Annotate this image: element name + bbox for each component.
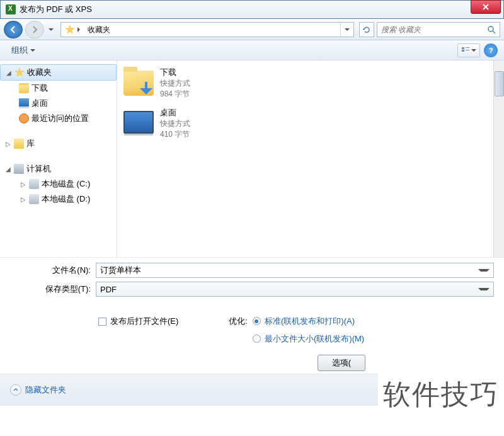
svg-rect-2: [462, 47, 464, 49]
monitor-icon: [19, 98, 29, 108]
expand-icon[interactable]: ▷: [20, 181, 26, 188]
savetype-select[interactable]: PDF: [96, 282, 494, 297]
svg-rect-3: [462, 50, 464, 52]
options-button[interactable]: 选项(: [318, 355, 365, 371]
chevron-down-icon: [471, 49, 476, 52]
tree-label: 最近访问的位置: [32, 113, 89, 124]
options-area: 发布后打开文件(E) 优化: 标准(联机发布和打印)(A) 最小文件大小(联机发…: [0, 306, 504, 350]
path-root[interactable]: [61, 23, 84, 37]
optimize-minsize-radio[interactable]: 最小文件大小(联机发布)(M): [253, 333, 364, 345]
path-segment-favorites[interactable]: 收藏夹: [84, 23, 114, 37]
radio-icon: [253, 317, 261, 325]
desktop-monitor-icon: [123, 108, 154, 139]
svg-point-0: [488, 26, 493, 32]
dialog-footer: 隐藏文件夹 工具(L): [0, 374, 504, 406]
search-box[interactable]: [377, 22, 500, 37]
scrollbar-thumb[interactable]: [495, 71, 504, 96]
refresh-icon: [362, 25, 371, 34]
expand-icon[interactable]: ▷: [5, 141, 11, 147]
file-name: 下载: [160, 67, 190, 78]
file-list[interactable]: 下载 快捷方式 984 字节 桌面 快捷方式 410 字节: [117, 60, 504, 257]
svg-line-1: [493, 31, 495, 33]
file-item-desktop[interactable]: 桌面 快捷方式 410 字节: [123, 107, 498, 140]
search-input[interactable]: [381, 25, 487, 34]
disk-icon: [29, 194, 39, 204]
tree-disk-d[interactable]: ▷ 本地磁盘 (D:): [0, 192, 117, 207]
chevron-right-icon: [77, 27, 80, 32]
tree-downloads[interactable]: 下载: [0, 81, 117, 96]
folder-icon: [19, 83, 29, 93]
tree-label: 下载: [32, 83, 48, 94]
hide-folders-toggle[interactable]: 隐藏文件夹: [10, 384, 66, 396]
toolbar: 组织 ?: [0, 40, 504, 60]
radio-label: 最小文件大小(联机发布)(M): [265, 333, 364, 345]
collapse-icon[interactable]: ◢: [5, 166, 11, 173]
help-button[interactable]: ?: [484, 43, 498, 57]
chevron-down-icon: [49, 28, 54, 31]
tree-desktop[interactable]: 桌面: [0, 96, 117, 111]
scrollbar[interactable]: [493, 60, 504, 257]
chevron-down-icon[interactable]: [478, 269, 490, 272]
help-icon: ?: [487, 47, 495, 54]
tree-label: 本地磁盘 (D:): [42, 193, 90, 205]
savetype-label: 保存类型(T):: [0, 284, 96, 295]
window-title: 发布为 PDF 或 XPS: [20, 4, 471, 15]
svg-rect-4: [466, 47, 469, 48]
savetype-value: PDF: [100, 285, 478, 294]
filename-label: 文件名(N):: [0, 265, 96, 276]
tree-library[interactable]: ▷ 库: [0, 136, 117, 151]
nav-history-dropdown[interactable]: [47, 21, 55, 38]
library-icon: [14, 139, 24, 149]
save-button-fragment[interactable]: [490, 382, 494, 398]
back-button[interactable]: [4, 21, 23, 38]
chevron-down-icon: [30, 49, 35, 52]
expand-icon[interactable]: ▷: [20, 196, 26, 203]
file-size: 410 字节: [160, 129, 190, 140]
collapse-up-icon: [10, 384, 21, 396]
arrow-left-icon: [9, 25, 18, 34]
path-text: 收藏夹: [88, 25, 110, 35]
tools-dropdown[interactable]: 工具(L): [449, 384, 484, 396]
computer-icon: [14, 164, 24, 174]
tree-recent[interactable]: 最近访问的位置: [0, 111, 117, 126]
folder-tree[interactable]: ◢ 收藏夹 下载 桌面 最近访问的位置 ▷ 库 ◢ 计算机 ▷: [0, 60, 117, 257]
tree-label: 收藏夹: [27, 67, 52, 78]
open-after-checkbox[interactable]: 发布后打开文件(E): [98, 316, 178, 327]
tree-disk-c[interactable]: ▷ 本地磁盘 (C:): [0, 176, 117, 192]
hide-folders-label: 隐藏文件夹: [25, 384, 66, 396]
tree-label: 计算机: [26, 163, 51, 175]
search-icon: [487, 25, 496, 34]
file-name: 桌面: [160, 107, 190, 118]
tools-label: 工具(L): [449, 384, 475, 396]
tree-label: 库: [26, 138, 35, 149]
tree-computer[interactable]: ◢ 计算机: [0, 161, 117, 176]
view-icon: [461, 47, 470, 54]
tree-favorites[interactable]: ◢ 收藏夹: [0, 64, 117, 81]
checkbox-icon: [98, 318, 106, 326]
filename-input[interactable]: 订货单样本: [96, 263, 494, 278]
organize-label: 组织: [11, 45, 28, 56]
tree-label: 本地磁盘 (C:): [42, 178, 90, 190]
clock-icon: [19, 113, 29, 123]
file-type: 快捷方式: [160, 118, 190, 129]
content-area: ◢ 收藏夹 下载 桌面 最近访问的位置 ▷ 库 ◢ 计算机 ▷: [0, 60, 504, 257]
forward-button[interactable]: [25, 21, 44, 38]
address-dropdown[interactable]: [341, 23, 353, 37]
refresh-button[interactable]: [359, 22, 374, 37]
chevron-down-icon[interactable]: [478, 288, 490, 290]
optimize-standard-radio[interactable]: 标准(联机发布和打印)(A): [253, 316, 364, 327]
svg-text:?: ?: [489, 47, 493, 54]
file-item-downloads[interactable]: 下载 快捷方式 984 字节: [123, 67, 498, 100]
collapse-icon[interactable]: ◢: [6, 69, 12, 76]
close-button[interactable]: [471, 0, 501, 14]
folder-download-icon: [123, 68, 154, 98]
address-bar[interactable]: 收藏夹: [60, 22, 354, 37]
chevron-down-icon: [345, 28, 350, 31]
title-bar: 发布为 PDF 或 XPS: [0, 0, 504, 19]
checkbox-label: 发布后打开文件(E): [110, 316, 178, 327]
view-mode-button[interactable]: [457, 43, 480, 57]
organize-button[interactable]: 组织: [6, 42, 40, 59]
optimize-label: 优化:: [229, 316, 248, 345]
file-size: 984 字节: [160, 89, 190, 100]
nav-bar: 收藏夹: [0, 19, 504, 40]
